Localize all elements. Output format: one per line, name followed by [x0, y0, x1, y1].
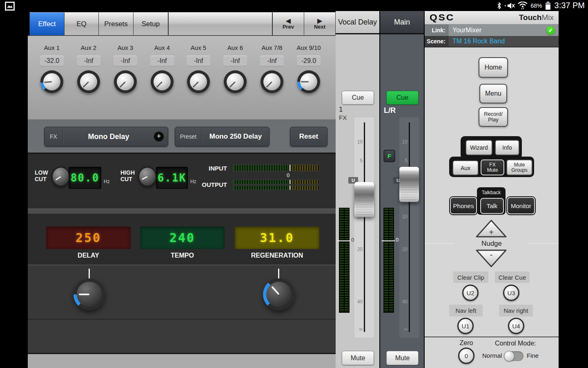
input-label: INPUT: [198, 165, 227, 172]
fx-preset-selector[interactable]: Preset Mono 250 Delay: [175, 127, 270, 146]
tab-setup[interactable]: Setup: [133, 12, 168, 36]
clear-cue-label: Clear Cue: [495, 272, 530, 283]
main-fader-handle[interactable]: [399, 167, 419, 202]
fx-expand-icon[interactable]: +: [154, 132, 164, 141]
main-mute-button[interactable]: Mute: [386, 351, 419, 365]
aux-send-4: Aux 4 -Inf: [144, 36, 180, 120]
wizard-button[interactable]: Wizard: [466, 140, 492, 155]
fader-tick: 10: [399, 214, 408, 220]
fader-tick: 5: [399, 158, 408, 164]
nudge-up-button[interactable]: +: [475, 219, 508, 238]
regeneration-knob[interactable]: [263, 278, 295, 310]
aux-knob[interactable]: [77, 70, 100, 93]
aux-knob[interactable]: [297, 70, 320, 93]
fader-tick: 20: [354, 247, 363, 252]
delay-display[interactable]: 250: [46, 227, 131, 249]
aux-value[interactable]: -Inf: [223, 56, 247, 66]
aux-send-9-10: Aux 9/10 -29.0: [290, 36, 327, 120]
low-cut-knob[interactable]: [51, 166, 70, 187]
meter-zero-label: 0: [287, 172, 290, 178]
regeneration-display[interactable]: 31.0: [235, 227, 319, 249]
aux-value[interactable]: -Inf: [187, 56, 210, 66]
main-cue-button[interactable]: Cue: [386, 91, 419, 105]
monitor-button[interactable]: Monitor: [507, 197, 535, 214]
prev-label: Prev: [283, 24, 294, 30]
fx-indicator-button[interactable]: F: [383, 150, 395, 162]
aux-value[interactable]: -Inf: [114, 56, 137, 66]
nudge-down-button[interactable]: -: [475, 249, 508, 268]
aux-knob[interactable]: [114, 70, 137, 93]
aux-knob[interactable]: [224, 70, 247, 93]
main-fader-track[interactable]: 10 5 U 5 10 20 40 ∞: [399, 117, 420, 339]
menu-button[interactable]: Menu: [479, 84, 507, 103]
delay-knob[interactable]: [74, 278, 105, 310]
next-button[interactable]: ▶ Next: [304, 12, 336, 36]
clock: 3:37 PM: [555, 1, 585, 10]
aux-value[interactable]: -Inf: [150, 56, 174, 66]
aux-send-3: Aux 3 -Inf: [107, 36, 144, 120]
link-value[interactable]: YourMixer: [452, 27, 546, 34]
home-button[interactable]: Home: [479, 57, 508, 78]
fx-return-strip: Vocal Delay Cue 1 FX 10 5 U 5 10 20 40 ∞…: [336, 11, 379, 368]
info-button[interactable]: Info: [495, 140, 519, 155]
scene-value[interactable]: TM 16 Rock Band: [452, 38, 559, 45]
tempo-param-label: TEMPO: [140, 252, 225, 259]
aux-knob[interactable]: [261, 70, 283, 93]
user-button-2[interactable]: U2: [462, 285, 479, 301]
aux-knob[interactable]: [40, 70, 63, 93]
user-button-3[interactable]: U3: [503, 285, 519, 301]
aux-value[interactable]: -Inf: [260, 56, 284, 66]
tab-eq[interactable]: EQ: [64, 12, 99, 36]
fx-mute-button[interactable]: FXMute: [481, 159, 504, 175]
aux-button[interactable]: Aux: [452, 160, 479, 175]
filter-meter-row: LOWCUT 80.0 Hz HIGHCUT 6.1K Hz INPUT: [28, 154, 336, 209]
input-meter: [233, 164, 319, 171]
fx-type-name: Mono Delay: [63, 132, 154, 141]
tempo-display[interactable]: 240: [140, 227, 225, 249]
channel-mute-button[interactable]: Mute: [342, 351, 374, 365]
main-level-meter: [383, 208, 394, 313]
user-button-4[interactable]: U4: [508, 318, 524, 334]
aux-send-7-8: Aux 7/8 -Inf: [254, 36, 290, 120]
zero-button[interactable]: 0: [458, 348, 474, 364]
tab-effect[interactable]: Effect: [29, 12, 65, 36]
mute-groups-button[interactable]: MuteGroups: [506, 159, 532, 175]
reset-button[interactable]: Reset: [290, 127, 327, 146]
fader-tick: 10: [399, 139, 408, 145]
tab-presets[interactable]: Presets: [98, 12, 134, 36]
channel-cue-button[interactable]: Cue: [342, 91, 374, 105]
aux-knob[interactable]: [187, 70, 210, 93]
fx-type-selector[interactable]: FX Mono Delay +: [44, 127, 168, 146]
next-label: Next: [314, 24, 325, 30]
channel-level-meter: [339, 208, 350, 313]
fader-tick: 20: [399, 247, 408, 252]
prev-button[interactable]: ◀ Prev: [272, 12, 304, 36]
aux-label: Aux 7/8: [254, 44, 290, 51]
talk-button[interactable]: Talk: [480, 198, 504, 214]
channel-fader-track[interactable]: 10 5 U 5 10 20 40 ∞: [354, 117, 375, 339]
phones-button[interactable]: Phones: [450, 197, 477, 214]
high-cut-display: 6.1K: [156, 167, 188, 189]
aux-send-6: Aux 6 -Inf: [217, 36, 254, 120]
aux-value[interactable]: -Inf: [77, 56, 100, 66]
aux-value[interactable]: -32.0: [40, 56, 64, 66]
preset-name: Mono 250 Delay: [202, 132, 269, 141]
fine-label: Fine: [527, 352, 539, 359]
aux-knob[interactable]: [151, 70, 174, 93]
control-mode-toggle[interactable]: [504, 351, 523, 361]
channel-name-header[interactable]: Vocal Delay: [336, 11, 379, 34]
aux-send-2: Aux 2 -Inf: [70, 36, 107, 120]
output-meter-right: [233, 185, 319, 190]
touchmix-app: 68% 3:37 PM Effect EQ Presets Setup ◀ Pr…: [0, 0, 588, 368]
user-button-1[interactable]: U1: [457, 318, 474, 334]
fader-tick: ∞: [399, 326, 408, 332]
main-header[interactable]: Main: [380, 11, 424, 34]
brand-header: QSC TouchMix: [425, 11, 559, 25]
channel-fader-handle[interactable]: [354, 182, 374, 217]
record-play-button[interactable]: Record/Play: [479, 107, 508, 127]
effect-tabbar: Effect EQ Presets Setup ◀ Prev ▶ Next: [28, 11, 336, 36]
high-cut-knob[interactable]: [138, 166, 157, 187]
aux-label: Aux 4: [144, 44, 180, 51]
aux-label: Aux 1: [33, 44, 70, 51]
aux-value[interactable]: -29.0: [297, 56, 321, 66]
